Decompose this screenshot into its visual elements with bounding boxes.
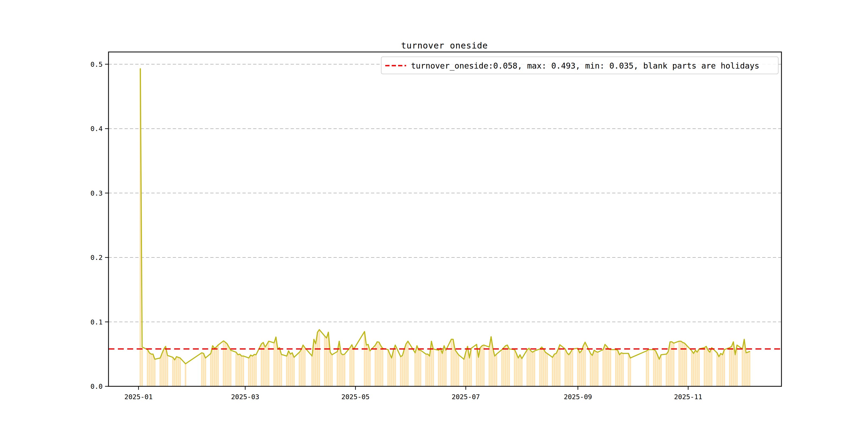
svg-text:0.3: 0.3 bbox=[91, 189, 103, 197]
y-axis-ticks: 0.00.10.20.30.40.5 bbox=[91, 61, 108, 390]
svg-text:0.5: 0.5 bbox=[91, 61, 103, 68]
turnover-bars bbox=[140, 69, 750, 386]
svg-text:2025-01: 2025-01 bbox=[124, 393, 152, 401]
svg-text:2025-05: 2025-05 bbox=[341, 393, 369, 401]
legend-box: turnover_oneside:0.058, max: 0.493, min:… bbox=[381, 57, 778, 74]
chart-canvas: 0.00.10.20.30.40.5 2025-012025-032025-05… bbox=[0, 0, 868, 434]
svg-text:0.4: 0.4 bbox=[91, 125, 103, 133]
grid-lines bbox=[108, 64, 781, 322]
svg-text:0.2: 0.2 bbox=[91, 254, 103, 261]
svg-text:0.0: 0.0 bbox=[91, 382, 103, 390]
svg-text:2025-09: 2025-09 bbox=[564, 393, 592, 401]
turnover-line bbox=[141, 69, 750, 364]
svg-text:0.1: 0.1 bbox=[91, 318, 103, 326]
svg-text:2025-11: 2025-11 bbox=[674, 393, 702, 401]
svg-text:2025-03: 2025-03 bbox=[231, 393, 259, 401]
x-axis-ticks: 2025-012025-032025-052025-072025-092025-… bbox=[124, 386, 702, 401]
chart-title: turnover oneside bbox=[401, 40, 488, 51]
axes-frame bbox=[108, 52, 781, 386]
turnover-chart: 0.00.10.20.30.40.5 2025-012025-032025-05… bbox=[0, 0, 868, 434]
legend-label: turnover_oneside:0.058, max: 0.493, min:… bbox=[411, 61, 759, 71]
svg-text:2025-07: 2025-07 bbox=[452, 393, 480, 401]
